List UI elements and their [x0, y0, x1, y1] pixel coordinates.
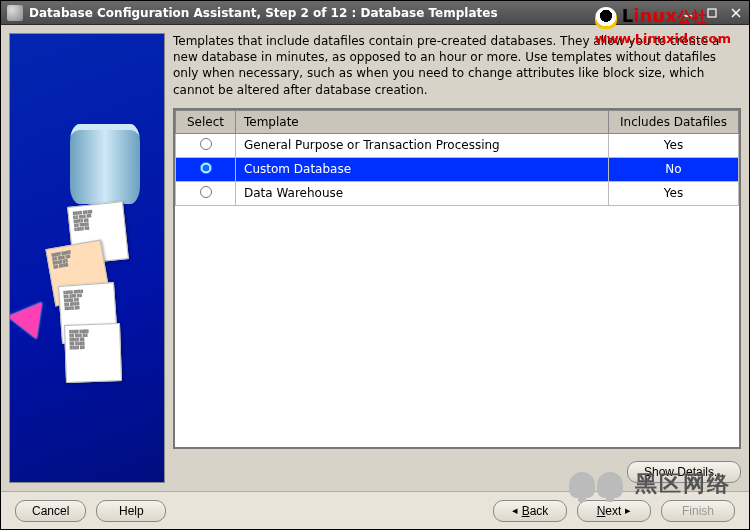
- col-header-select: Select: [176, 110, 236, 133]
- table-row[interactable]: Custom Database No: [176, 157, 739, 181]
- finish-label: Finish: [682, 504, 714, 518]
- table-row[interactable]: General Purpose or Transaction Processin…: [176, 133, 739, 157]
- template-name-cell: General Purpose or Transaction Processin…: [236, 133, 609, 157]
- chevron-right-icon: ▸: [625, 504, 631, 517]
- cancel-button[interactable]: Cancel: [15, 500, 86, 522]
- close-button[interactable]: [729, 6, 743, 20]
- mushroom-icon: [597, 472, 623, 498]
- includes-cell: Yes: [609, 181, 739, 205]
- col-header-template: Template: [236, 110, 609, 133]
- template-radio[interactable]: [200, 162, 212, 174]
- includes-cell: Yes: [609, 133, 739, 157]
- window-title: Database Configuration Assistant, Step 2…: [29, 6, 681, 20]
- templates-table: Select Template Includes Datafiles Gener…: [175, 110, 739, 206]
- watermark-bottom: 黑区网络: [569, 469, 731, 499]
- col-header-includes: Includes Datafiles: [609, 110, 739, 133]
- finish-button[interactable]: Finish: [661, 500, 735, 522]
- main-area: ████ ██████ ███ ██████ ████ ████████ ██ …: [1, 25, 749, 491]
- arrow-icon: [9, 291, 56, 338]
- templates-table-container: Select Template Includes Datafiles Gener…: [173, 108, 741, 449]
- template-radio[interactable]: [200, 186, 212, 198]
- app-icon: [7, 5, 23, 21]
- mushroom-icon: [569, 472, 595, 498]
- paper-icon: ████ ██████ ███ ██████ ████ ████████ ██: [64, 323, 122, 383]
- includes-cell: No: [609, 157, 739, 181]
- back-label: ack: [530, 504, 549, 518]
- content-pane: Templates that include datafiles contain…: [173, 33, 741, 483]
- watermark-top: Linux公社 www.Linuxidc.com: [595, 5, 731, 47]
- database-cylinder-icon: [70, 124, 140, 204]
- template-name-cell: Data Warehouse: [236, 181, 609, 205]
- next-label: ext: [605, 504, 621, 518]
- template-name-cell: Custom Database: [236, 157, 609, 181]
- help-button[interactable]: Help: [96, 500, 166, 522]
- wizard-sidebar-image: ████ ██████ ███ ██████ ████ ████████ ██ …: [9, 33, 165, 483]
- penguin-icon: [595, 7, 617, 29]
- template-radio[interactable]: [200, 138, 212, 150]
- back-button[interactable]: ◂ Back: [493, 500, 567, 522]
- chevron-left-icon: ◂: [512, 504, 518, 517]
- next-button[interactable]: Next ▸: [577, 500, 651, 522]
- table-row[interactable]: Data Warehouse Yes: [176, 181, 739, 205]
